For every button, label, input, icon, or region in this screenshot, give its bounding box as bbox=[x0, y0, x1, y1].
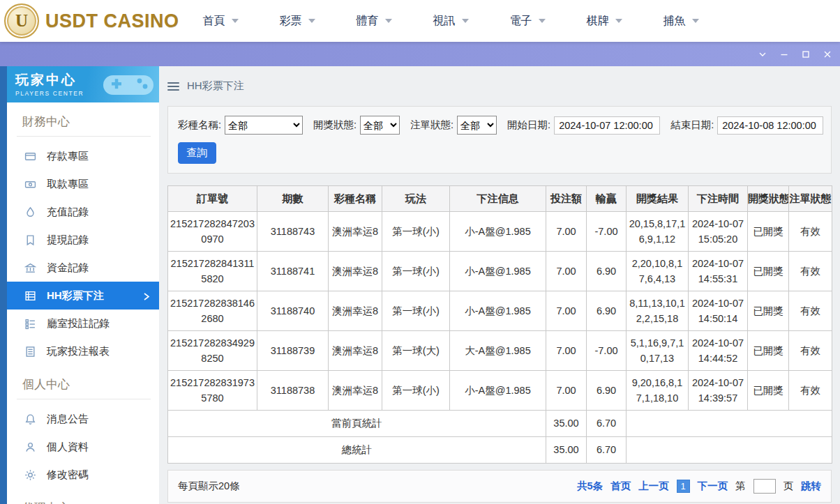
sidebar-item-label: 資金記錄 bbox=[47, 261, 89, 275]
cell-bet-time: 2024-10-07 15:05:20 bbox=[689, 212, 748, 252]
sidebar-item-withdraw[interactable]: 取款專區 bbox=[7, 170, 159, 198]
app-window: U USDT CASINO 首頁 彩票 體育 視訊 電子 棋牌 捕魚 玩家中心 … bbox=[0, 0, 840, 504]
search-button[interactable]: 查詢 bbox=[178, 142, 216, 164]
banknote-icon bbox=[24, 178, 36, 190]
chevron-down-icon bbox=[615, 19, 622, 23]
main-menu: 首頁 彩票 體育 視訊 電子 棋牌 捕魚 bbox=[203, 14, 699, 29]
order-status-select[interactable]: 全部 bbox=[457, 116, 497, 135]
nav-item-live[interactable]: 視訊 bbox=[433, 14, 469, 29]
cell-bet-info: 小-A盤@1.985 bbox=[450, 252, 546, 291]
nav-item-cards[interactable]: 棋牌 bbox=[587, 14, 622, 29]
cell-draw-result: 5,1,16,9,7,10,17,13 bbox=[627, 331, 689, 371]
column-header-win-loss: 輸贏 bbox=[587, 186, 627, 212]
cell-order-status: 有效 bbox=[789, 371, 832, 411]
window-left-border bbox=[0, 66, 7, 504]
nav-item-fishing[interactable]: 捕魚 bbox=[663, 14, 699, 29]
lottery-name-select[interactable]: 全部 bbox=[225, 116, 303, 135]
gear-icon bbox=[24, 469, 36, 481]
sidebar-item-hh-lottery-bets[interactable]: HH彩票下注 bbox=[7, 282, 159, 310]
sidebar-item-recharge-record[interactable]: 充值記錄 bbox=[7, 198, 159, 226]
table-row: 2152172828472030970 31188743 澳洲幸运8 第一球(小… bbox=[168, 212, 832, 252]
jump-go-link[interactable]: 跳转 bbox=[801, 480, 821, 493]
order-status-label: 注單狀態: bbox=[410, 119, 453, 132]
cell-order-status: 有效 bbox=[789, 212, 832, 252]
column-header-play-type: 玩法 bbox=[382, 186, 450, 212]
cell-play-type: 第一球(大) bbox=[382, 331, 450, 371]
sidebar-item-deposit[interactable]: 存款專區 bbox=[7, 142, 159, 170]
lottery-list-icon bbox=[24, 290, 36, 302]
total-count: 共5条 bbox=[577, 480, 603, 493]
sidebar-item-withdrawal-record[interactable]: 提現記錄 bbox=[7, 226, 159, 254]
cell-lottery-name: 澳洲幸运8 bbox=[329, 371, 382, 411]
draw-status-select[interactable]: 全部 bbox=[360, 116, 400, 135]
minimize-button[interactable] bbox=[779, 49, 788, 59]
cell-lottery-name: 澳洲幸运8 bbox=[329, 291, 382, 331]
page-jump-input[interactable] bbox=[753, 479, 776, 494]
end-date-input[interactable] bbox=[717, 116, 823, 135]
maximize-button[interactable] bbox=[801, 49, 810, 59]
nav-item-label: 捕魚 bbox=[663, 14, 686, 29]
close-button[interactable] bbox=[823, 49, 832, 59]
cell-play-type: 第一球(小) bbox=[382, 291, 450, 331]
start-date-input[interactable] bbox=[554, 116, 660, 135]
nav-item-label: 棋牌 bbox=[587, 14, 609, 29]
cell-bet-amount: 7.00 bbox=[546, 371, 587, 411]
table-footer: 每頁顯示20條 共5条 首页 上一页 1 下一页 第 页 跳转 bbox=[167, 470, 832, 503]
end-date-label: 結束日期: bbox=[670, 119, 714, 132]
chevron-down-icon bbox=[385, 19, 392, 23]
cell-bet-info: 小-A盤@1.985 bbox=[450, 212, 546, 252]
sidebar-item-change-password[interactable]: 修改密碼 bbox=[7, 461, 159, 489]
sidebar-item-funds-record[interactable]: 資金記錄 bbox=[7, 254, 159, 282]
bank-icon bbox=[24, 262, 36, 274]
page-summary-label: 當前頁統計 bbox=[168, 411, 546, 437]
cell-period: 31188743 bbox=[257, 212, 329, 252]
site-logo[interactable]: U USDT CASINO bbox=[0, 3, 179, 38]
nav-item-sports[interactable]: 體育 bbox=[357, 14, 392, 29]
cell-draw-status: 已開獎 bbox=[748, 291, 789, 331]
nav-item-slots[interactable]: 電子 bbox=[510, 14, 546, 29]
chevron-down-icon bbox=[692, 19, 699, 23]
nav-item-label: 電子 bbox=[510, 14, 532, 29]
next-page-link[interactable]: 下一页 bbox=[698, 480, 728, 493]
cell-bet-time: 2024-10-07 14:44:52 bbox=[689, 331, 748, 371]
sidebar-item-label: 消息公告 bbox=[47, 413, 89, 426]
column-header-bet-amount: 投注額 bbox=[546, 186, 587, 212]
cell-draw-result: 2,20,10,8,17,6,4,13 bbox=[627, 252, 689, 291]
nav-item-lottery[interactable]: 彩票 bbox=[280, 14, 315, 29]
lottery-name-label: 彩種名稱: bbox=[178, 119, 221, 132]
sidebar-item-player-bet-report[interactable]: 玩家投注報表 bbox=[7, 337, 159, 365]
nav-item-label: 彩票 bbox=[280, 14, 302, 29]
page-summary-winloss: 6.70 bbox=[587, 411, 627, 437]
cell-draw-result: 20,15,8,17,16,9,1,12 bbox=[627, 212, 689, 252]
cell-period: 31188741 bbox=[257, 252, 329, 291]
sidebar-item-label: 個人資料 bbox=[47, 441, 89, 454]
cell-play-type: 第一球(小) bbox=[382, 252, 450, 291]
collapse-button[interactable] bbox=[758, 49, 767, 59]
hamburger-menu-icon[interactable] bbox=[167, 82, 179, 91]
sidebar-item-room-bet-record[interactable]: 廳室投註記錄 bbox=[7, 310, 159, 337]
main-content: HH彩票下注 彩種名稱: 全部 開獎狀態: 全部 注單狀態: 全部 bbox=[159, 66, 840, 504]
page-summary-amount: 35.00 bbox=[546, 411, 587, 437]
cell-bet-amount: 7.00 bbox=[546, 252, 587, 291]
sidebar-item-label: 充值記錄 bbox=[47, 206, 89, 219]
prev-page-link[interactable]: 上一页 bbox=[638, 480, 669, 493]
sidebar-item-label: 取款專區 bbox=[47, 178, 89, 191]
sidebar-item-profile[interactable]: 個人資料 bbox=[7, 433, 159, 461]
first-page-link[interactable]: 首页 bbox=[610, 480, 631, 493]
total-summary-empty bbox=[627, 437, 832, 464]
nav-item-home[interactable]: 首頁 bbox=[203, 14, 239, 29]
sidebar-item-announcements[interactable]: 消息公告 bbox=[7, 405, 159, 433]
total-summary-winloss: 6.70 bbox=[587, 437, 627, 464]
cell-draw-status: 已開獎 bbox=[748, 331, 789, 371]
cell-lottery-name: 澳洲幸运8 bbox=[329, 212, 382, 252]
cell-order-number: 2152172828319735780 bbox=[168, 371, 257, 411]
report-document-icon bbox=[24, 346, 36, 358]
column-header-draw-status: 開獎狀態 bbox=[748, 186, 789, 212]
maximize-icon bbox=[802, 50, 810, 59]
draw-status-label: 開獎狀態: bbox=[313, 119, 357, 132]
cell-draw-result: 8,11,13,10,12,2,15,18 bbox=[627, 291, 689, 331]
cell-win-loss: -7.00 bbox=[587, 331, 627, 371]
total-summary-label: 總統計 bbox=[168, 437, 546, 464]
logo-emblem-icon: U bbox=[4, 3, 39, 38]
cell-draw-result: 9,20,16,8,17,1,18,10 bbox=[627, 371, 689, 411]
